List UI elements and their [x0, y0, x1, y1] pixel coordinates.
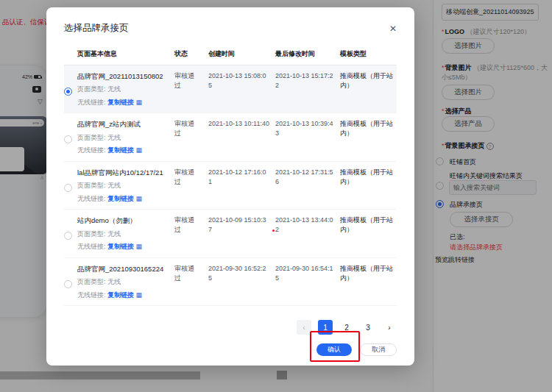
created-time-cell: 2021-09-30 16:52:25 — [208, 264, 275, 282]
page-button-1[interactable]: 1 — [318, 320, 333, 335]
col-header-template: 模板类型 — [340, 49, 397, 59]
qr-code-icon[interactable]: ▦ — [136, 99, 143, 106]
next-page-button[interactable]: › — [382, 320, 397, 335]
page-type-label: 页面类型: 无线 — [77, 85, 169, 94]
col-header-modified: 最后修改时间 — [275, 49, 340, 59]
row-radio[interactable] — [64, 232, 72, 240]
close-icon[interactable]: ✕ — [389, 24, 397, 33]
table-body: 品牌官网_20211013150802 页面类型: 无线 无线链接: 复制链接 … — [64, 65, 397, 306]
wireless-link-label: 无线链接: — [77, 99, 106, 106]
page-name: 品牌官网_20210930165224 — [77, 264, 169, 274]
modal-header: 选择品牌承接页 ✕ — [46, 7, 414, 45]
table-row[interactable]: 品牌官网_20211013150802 页面类型: 无线 无线链接: 复制链接 … — [64, 65, 397, 113]
modified-time-cell: 2021-10-12 17:31:56 — [275, 168, 340, 186]
pagination: ‹ 1 2 3 › — [297, 320, 397, 335]
col-header-info: 页面基本信息 — [77, 49, 174, 59]
prev-page-button[interactable]: ‹ — [297, 320, 311, 335]
page-name: 品牌官网_z站内测试 — [77, 119, 169, 129]
qr-code-icon[interactable]: ▦ — [136, 146, 143, 154]
page-name: lal品牌官网站内10/12/17/21 — [77, 168, 169, 177]
wireless-link-label: 无线链接: — [77, 291, 106, 299]
template-type-cell: 推商模板（用于站内） — [340, 264, 397, 282]
modal-footer: 确认 取消 — [316, 343, 397, 356]
modified-time-cell: 2021-10-13 10:39:43 — [275, 119, 340, 138]
template-type-cell: 推商模板（用于站内） — [340, 168, 397, 186]
qr-code-icon[interactable]: ▦ — [136, 291, 143, 299]
copy-link-button[interactable]: 复制链接 — [107, 99, 134, 106]
col-header-created: 创建时间 — [208, 49, 275, 59]
landing-page-table: 页面基本信息 状态 创建时间 最后修改时间 模板类型 品牌官网_20211013… — [64, 45, 397, 306]
copy-link-button[interactable]: 复制链接 — [107, 146, 134, 154]
page-button-3[interactable]: 3 — [361, 320, 375, 335]
created-time-cell: 2021-10-13 10:11:40 — [208, 119, 275, 129]
cancel-button[interactable]: 取消 — [360, 343, 397, 356]
page-button-2[interactable]: 2 — [339, 320, 354, 335]
page-type-label: 页面类型: 无线 — [77, 229, 169, 239]
row-radio[interactable] — [64, 88, 72, 96]
modified-time-cell: 2021-10-13 13:44:02 — [275, 215, 340, 234]
table-header-row: 页面基本信息 状态 创建时间 最后修改时间 模板类型 — [64, 45, 397, 65]
qr-code-icon[interactable]: ▦ — [136, 195, 143, 202]
mouse-cursor — [277, 371, 287, 379]
qr-code-icon[interactable]: ▦ — [136, 243, 143, 250]
row-radio[interactable] — [64, 184, 72, 192]
col-header-status: 状态 — [174, 49, 208, 59]
table-row[interactable]: 品牌官网_z站内测试 页面类型: 无线 无线链接: 复制链接 ▦ 审核通过 20… — [64, 113, 397, 161]
row-radio[interactable] — [64, 280, 72, 288]
page-type-label: 页面类型: 无线 — [77, 181, 169, 190]
select-brand-landing-page-modal: 选择品牌承接页 ✕ 页面基本信息 状态 创建时间 最后修改时间 模板类型 品牌官… — [46, 7, 414, 366]
template-type-cell: 推商模板（用于站内） — [340, 215, 397, 234]
status-cell: 审核通过 — [174, 215, 208, 234]
modal-title: 选择品牌承接页 — [64, 22, 129, 35]
status-cell: 审核通过 — [174, 168, 208, 186]
page-name: 站内demo（勿删） — [77, 215, 169, 225]
modified-time-cell: 2021-09-30 16:54:15 — [275, 264, 340, 282]
table-row[interactable]: lal品牌官网站内10/12/17/21 页面类型: 无线 无线链接: 复制链接… — [64, 162, 397, 210]
copy-link-button[interactable]: 复制链接 — [107, 195, 134, 202]
status-cell: 审核通过 — [174, 71, 208, 90]
created-time-cell: 2021-10-09 15:10:37 — [208, 215, 275, 234]
wireless-link-label: 无线链接: — [77, 146, 106, 154]
row-radio[interactable] — [64, 135, 72, 143]
copy-link-button[interactable]: 复制链接 — [107, 291, 134, 299]
created-time-cell: 2021-10-13 15:08:05 — [208, 71, 275, 90]
page-name: 品牌官网_20211013150802 — [77, 71, 169, 81]
table-row[interactable]: 站内demo（勿删） 页面类型: 无线 无线链接: 复制链接 ▦ 审核通过 20… — [64, 210, 397, 257]
page-type-label: 页面类型: 无线 — [77, 277, 169, 287]
wireless-link-label: 无线链接: — [77, 243, 106, 250]
table-row[interactable]: 品牌官网_20210930165224 页面类型: 无线 无线链接: 复制链接 … — [64, 258, 397, 306]
created-time-cell: 2021-10-12 17:16:01 — [208, 168, 275, 186]
status-cell: 审核通过 — [174, 264, 208, 282]
page-type-label: 页面类型: 无线 — [77, 133, 169, 143]
copy-link-button[interactable]: 复制链接 — [107, 243, 134, 250]
annotation-red-dot — [272, 229, 275, 232]
template-type-cell: 推商模板（用于站内） — [340, 71, 397, 90]
template-type-cell: 推商模板（用于站内） — [340, 119, 397, 138]
status-cell: 审核通过 — [174, 119, 208, 138]
confirm-button[interactable]: 确认 — [316, 343, 352, 356]
wireless-link-label: 无线链接: — [77, 195, 106, 202]
modified-time-cell: 2021-10-13 15:17:22 — [275, 71, 340, 90]
